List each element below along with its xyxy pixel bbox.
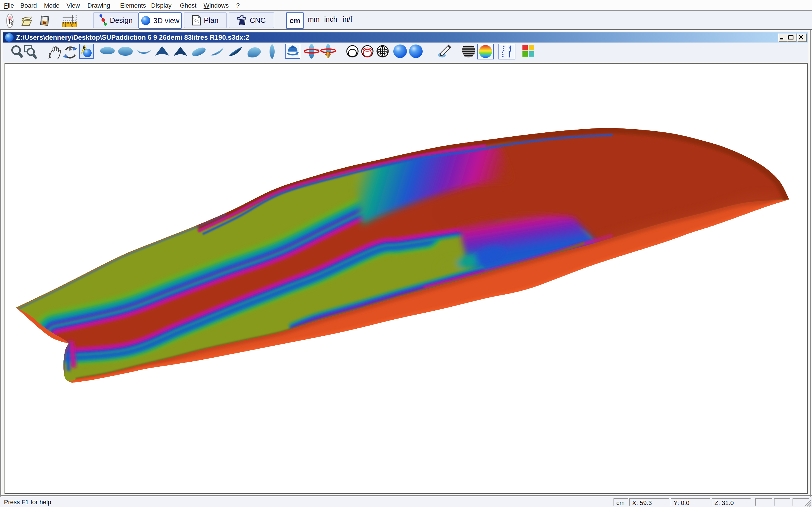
svg-text:1: 1 bbox=[64, 23, 66, 27]
svg-text:0: 0 bbox=[71, 23, 73, 27]
